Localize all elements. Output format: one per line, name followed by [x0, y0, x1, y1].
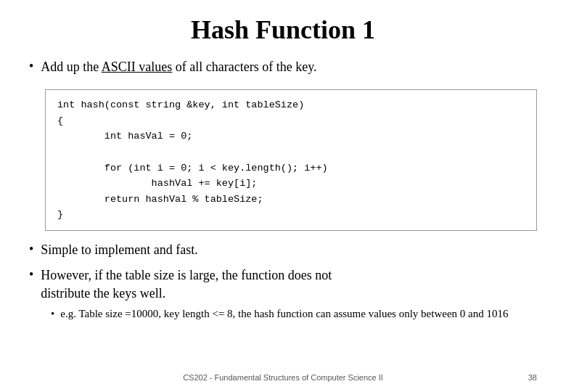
- bullet-item-2: • Simple to implement and fast.: [29, 241, 537, 259]
- sub-bullet-list: • e.g. Table size =10000, key length <= …: [51, 306, 537, 322]
- bullet1-underline: ASCII values: [102, 60, 173, 74]
- bullet3-line1: However, if the table size is large, the…: [41, 268, 332, 282]
- sub-bullet-container: • e.g. Table size =10000, key length <= …: [29, 306, 537, 322]
- footer-text: CS202 - Fundamental Structures of Comput…: [183, 373, 383, 382]
- slide-title: Hash Function 1: [29, 15, 537, 45]
- bullet-item-3: • However, if the table size is large, t…: [29, 266, 537, 303]
- bullet-dot-1: •: [29, 59, 33, 74]
- bullet-dot-3: •: [29, 267, 33, 282]
- bullet-text-3: However, if the table size is large, the…: [41, 266, 332, 303]
- bullet-item-1: • Add up the ASCII values of all charact…: [29, 58, 537, 76]
- bullet1-suffix: of all characters of the key.: [172, 60, 316, 74]
- main-bullet-list: • Add up the ASCII values of all charact…: [29, 58, 537, 83]
- page-number: 38: [528, 373, 537, 382]
- bullet3-line2: distribute the keys well.: [41, 286, 165, 301]
- sub-bullet-text-1: e.g. Table size =10000, key length <= 8,…: [60, 306, 508, 322]
- code-block: int hash(const string &key, int tableSiz…: [45, 89, 537, 231]
- bullet-dot-2: •: [29, 242, 33, 257]
- footer: CS202 - Fundamental Structures of Comput…: [0, 373, 566, 382]
- bullet-text-2: Simple to implement and fast.: [41, 241, 197, 259]
- sub-bullet-dot-1: •: [51, 306, 54, 322]
- lower-bullet-list: • Simple to implement and fast. • Howeve…: [29, 241, 537, 322]
- sub-bullet-item-1: • e.g. Table size =10000, key length <= …: [51, 306, 537, 322]
- slide-container: Hash Function 1 • Add up the ASCII value…: [0, 0, 566, 392]
- bullet1-prefix: Add up the: [41, 60, 102, 74]
- bullet-text-1: Add up the ASCII values of all character…: [41, 58, 316, 76]
